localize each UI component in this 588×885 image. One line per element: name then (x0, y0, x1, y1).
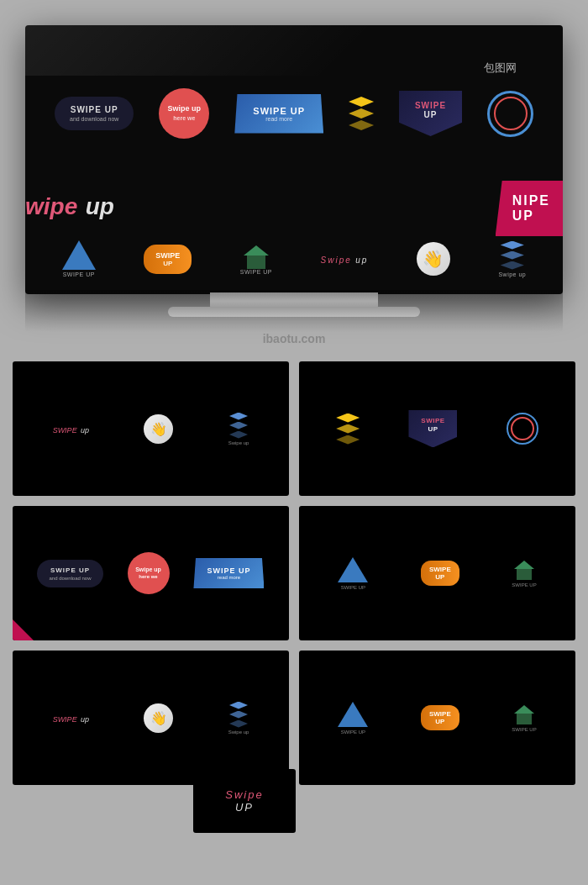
triangle-label: SWIPE UP (63, 271, 95, 277)
badge-circle-inner (494, 97, 528, 130)
p3-oval-sub: and download now (49, 576, 91, 581)
blue-chev-label: Swipe up (498, 271, 526, 277)
swipe-up-line1: Swipe (225, 788, 263, 801)
side-badge-line1: NIPE (512, 193, 550, 208)
p6-tri-label: SWIPE UP (341, 730, 365, 735)
p5-blue-chevrons: Swipe up (228, 702, 249, 735)
panel-5: SWIPE up 👋 Swipe up (13, 651, 289, 785)
badge-emoji: 👋 (417, 242, 450, 276)
badge-oval-dark: SWIPE UP and download now (55, 97, 134, 130)
chevron-1 (349, 97, 374, 107)
p4-pill-line2: UP (429, 573, 451, 581)
p5-chev2 (229, 711, 248, 719)
p2-yellow-chevrons (336, 414, 360, 445)
p6-house-icon (514, 704, 534, 724)
p1-up: up (81, 426, 89, 435)
blue-chev-3 (501, 261, 524, 270)
p1-blue-chevrons: Swipe up (228, 413, 249, 445)
watermark-center: ibaotu.com (263, 332, 326, 345)
panel-2: SWIPE UP (299, 361, 575, 496)
badge-house: SWIPE UP (240, 244, 272, 275)
chevron-3 (349, 120, 374, 130)
p1-chev3 (229, 431, 248, 439)
p2-penta-text: SWIPE UP (418, 417, 447, 435)
p4-house-label: SWIPE UP (512, 582, 536, 587)
orange-pill-line2: UP (155, 260, 180, 267)
orange-pill-line1: SWIPE (155, 251, 180, 260)
p5-swipe-group: SWIPE up (53, 710, 89, 725)
p3-oval: SWIPE UP and download now (37, 560, 102, 587)
main-preview: 包图网 SWIPE UP and download now Swipe uphe… (25, 25, 563, 294)
blue-chev-1 (501, 241, 524, 250)
p3-brush-sub: read more (207, 575, 250, 580)
blue-chev-2 (501, 251, 524, 260)
p2-ychev1 (336, 414, 360, 423)
badge-blue-chevrons: Swipe up (498, 241, 526, 277)
p1-chev-label: Swipe up (228, 440, 249, 445)
p5-emoji: 👋 (144, 703, 173, 733)
p5-chev1 (229, 702, 248, 709)
side-text-left: wipe up (25, 193, 114, 220)
panel-3: SWIPE UP and download now Swipe uphere w… (13, 506, 289, 640)
badge-orange-pill: SWIPE UP (144, 245, 192, 274)
swipe-up-line2: UP (235, 801, 254, 814)
swipe-up-detection: Swipe UP (193, 769, 296, 833)
preview-grid: SWIPE up 👋 Swipe up SWIPE UP (13, 361, 575, 785)
badge-brush-sub: read more (253, 116, 305, 122)
p6-house: SWIPE UP (512, 704, 536, 732)
badge-brush-blue: SWIPE UP read more (234, 94, 323, 134)
p6-triangle: SWIPE UP (338, 702, 368, 735)
p6-pill-line1: SWIPE (429, 710, 451, 718)
triangle-icon (62, 240, 96, 270)
p3-oval-text: SWIPE UP (49, 566, 91, 574)
p2-penta-swipe: SWIPE (421, 417, 444, 424)
p4-triangle: SWIPE UP (338, 557, 368, 590)
p4-house-body (517, 569, 532, 580)
house-roof (244, 245, 269, 255)
house-icon (244, 244, 269, 269)
badge-chevrons-yellow (349, 97, 374, 130)
p4-tri-shape (338, 557, 368, 582)
badge-penta-line1: SWIPEUP (412, 101, 449, 119)
p2-ychev3 (336, 435, 360, 445)
badge-coral-text: Swipe uphere we (168, 104, 202, 123)
p1-swipe: SWIPE (53, 426, 77, 435)
badge-oval-text: SWIPE UP (70, 105, 118, 114)
p3-coral-text: Swipe uphere we (135, 566, 161, 581)
p3-coral: Swipe uphere we (128, 552, 170, 594)
swipe-italic: Swipe (321, 255, 352, 265)
p2-circle-inner (511, 417, 534, 440)
p1-chev1 (229, 413, 248, 420)
up-text: up (86, 193, 114, 219)
badge-coral-circle: Swipe uphere we (159, 88, 209, 139)
p4-house-icon (514, 560, 534, 580)
wipe-text: wipe (25, 193, 77, 219)
p2-penta-up: UP (428, 425, 438, 433)
p5-chev3 (229, 720, 248, 728)
metal-base (168, 307, 420, 317)
badge-triangle-small: SWIPE UP (62, 240, 96, 277)
p4-orange-pill: SWIPE UP (421, 561, 459, 586)
p6-house-roof (514, 705, 534, 714)
p1-emoji: 👋 (144, 414, 173, 444)
p3-red-partial (13, 619, 34, 640)
p2-pentagon: SWIPE UP (408, 410, 457, 448)
watermark-top: 包图网 (484, 61, 517, 76)
p4-pill-line1: SWIPE (429, 566, 451, 573)
panel-6: SWIPE UP SWIPE UP SWIPE UP (299, 651, 575, 785)
p5-up: up (81, 715, 89, 724)
p6-orange-pill: SWIPE UP (421, 705, 459, 730)
p1-chev2 (229, 422, 248, 429)
p6-tri-shape (338, 702, 368, 727)
panel-1: SWIPE up 👋 Swipe up (13, 361, 289, 496)
side-badge-line2: UP (512, 208, 550, 224)
p4-house-roof (514, 561, 534, 569)
badge-row-top: SWIPE UP and download now Swipe uphere w… (25, 88, 563, 139)
house-body (247, 255, 265, 269)
p5-chev-label: Swipe up (228, 730, 249, 735)
badge-circle-outline (487, 91, 533, 137)
badge-brush-main: SWIPE UP (253, 106, 305, 116)
swipe-italic-group: Swipe up (321, 251, 369, 266)
chevron-2 (349, 108, 374, 119)
side-badge-right: NIPE UP (496, 181, 563, 236)
